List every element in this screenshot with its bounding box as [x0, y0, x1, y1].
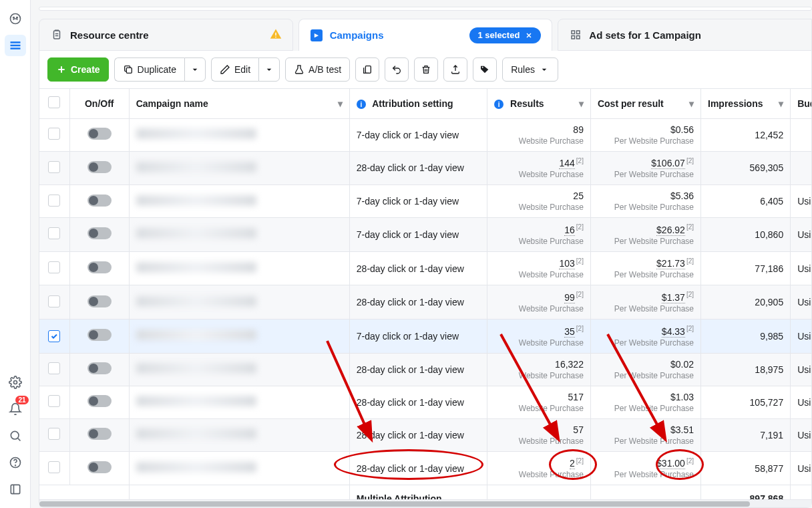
checkbox[interactable] — [48, 428, 60, 440]
sort-icon[interactable]: ▾ — [579, 98, 584, 109]
export-button[interactable] — [443, 57, 467, 82]
settings-icon[interactable] — [5, 372, 26, 393]
row-toggle-cell[interactable] — [69, 451, 129, 485]
tab-resource-centre[interactable]: Resource centre — [39, 19, 293, 51]
col-check[interactable] — [39, 89, 69, 118]
col-name[interactable]: Campaign name ▾ — [129, 89, 349, 118]
checkbox[interactable] — [48, 195, 60, 207]
checkbox[interactable] — [48, 362, 60, 374]
table-row[interactable]: 28-day click or 1-day view103[2]Website … — [39, 251, 811, 285]
row-toggle-cell[interactable] — [69, 218, 129, 252]
checkbox[interactable] — [48, 330, 60, 342]
collapse-icon[interactable] — [5, 479, 26, 500]
campaign-name-cell[interactable] — [129, 285, 349, 320]
edit-dropdown[interactable] — [258, 57, 280, 82]
row-check-cell[interactable] — [39, 151, 69, 185]
search-icon[interactable] — [5, 425, 26, 447]
delete-button[interactable] — [414, 57, 438, 82]
scrollbar-thumb[interactable] — [39, 501, 750, 507]
toggle[interactable] — [87, 195, 112, 207]
toggle[interactable] — [87, 295, 112, 307]
row-toggle-cell[interactable] — [69, 285, 129, 320]
rules-button[interactable]: Rules — [502, 57, 558, 82]
table-row[interactable]: 28-day click or 1-day view2[2]Website Pu… — [39, 451, 811, 485]
table-wrap[interactable]: On/Off Campaign name ▾ i Attribution set… — [39, 88, 811, 499]
tab-campaigns[interactable]: ▸ Campaigns 1 selected — [298, 19, 553, 51]
table-row[interactable]: 28-day click or 1-day view517Website Pur… — [39, 386, 811, 418]
copy-button[interactable] — [355, 57, 379, 82]
col-onoff[interactable]: On/Off — [69, 89, 129, 118]
create-button[interactable]: Create — [47, 57, 109, 82]
checkbox[interactable] — [48, 261, 60, 273]
row-toggle-cell[interactable] — [69, 151, 129, 185]
campaign-name-cell[interactable] — [129, 320, 349, 354]
row-toggle-cell[interactable] — [69, 118, 129, 151]
horizontal-scrollbar[interactable] — [39, 499, 811, 507]
row-toggle-cell[interactable] — [69, 251, 129, 285]
row-check-cell[interactable] — [39, 386, 69, 418]
col-cpr[interactable]: Cost per result ▾ — [590, 89, 700, 118]
info-icon[interactable]: i — [357, 100, 366, 109]
table-row[interactable]: 7-day click or 1-day view35[2]Website Pu… — [39, 320, 811, 354]
table-row[interactable]: 28-day click or 1-day view57Website Purc… — [39, 418, 811, 451]
table-row[interactable]: 28-day click or 1-day view144[2]Website … — [39, 151, 811, 185]
col-impressions[interactable]: Impressions ▾ — [701, 89, 791, 118]
table-row[interactable]: 28-day click or 1-day view16,322Website … — [39, 353, 811, 386]
campaign-name-cell[interactable] — [129, 151, 349, 185]
info-icon[interactable]: i — [494, 100, 503, 109]
campaign-name-cell[interactable] — [129, 218, 349, 252]
toggle[interactable] — [87, 428, 112, 440]
row-check-cell[interactable] — [39, 285, 69, 320]
tab-adsets[interactable]: Ad sets for 1 Campaign — [558, 19, 812, 51]
edit-button[interactable]: Edit — [211, 57, 258, 82]
close-icon[interactable] — [524, 30, 534, 41]
dashboard-icon[interactable] — [5, 8, 26, 29]
checkbox[interactable] — [48, 461, 60, 473]
checkbox[interactable] — [48, 128, 60, 140]
row-toggle-cell[interactable] — [69, 185, 129, 218]
toggle[interactable] — [87, 461, 112, 473]
row-check-cell[interactable] — [39, 185, 69, 218]
sort-icon[interactable]: ▾ — [338, 98, 343, 109]
campaign-name-cell[interactable] — [129, 118, 349, 151]
row-check-cell[interactable] — [39, 251, 69, 285]
notifications-icon[interactable]: 21 — [5, 398, 26, 420]
campaign-name-cell[interactable] — [129, 451, 349, 485]
row-check-cell[interactable] — [39, 418, 69, 451]
help-icon[interactable] — [5, 452, 26, 473]
toggle[interactable] — [87, 227, 112, 239]
toggle[interactable] — [87, 161, 112, 173]
col-attr[interactable]: i Attribution setting — [349, 89, 487, 118]
campaign-name-cell[interactable] — [129, 418, 349, 451]
toggle[interactable] — [87, 395, 112, 407]
select-all-checkbox[interactable] — [48, 96, 60, 108]
campaign-name-cell[interactable] — [129, 251, 349, 285]
toggle[interactable] — [87, 362, 112, 374]
toggle[interactable] — [87, 329, 112, 341]
abtest-button[interactable]: A/B test — [285, 57, 350, 82]
checkbox[interactable] — [48, 161, 60, 173]
toggle[interactable] — [87, 128, 112, 140]
col-results[interactable]: i Results ▾ — [487, 89, 591, 118]
ads-manager-icon[interactable] — [5, 35, 26, 56]
row-check-cell[interactable] — [39, 320, 69, 354]
checkbox[interactable] — [48, 227, 60, 239]
duplicate-button[interactable]: Duplicate — [114, 57, 184, 82]
row-check-cell[interactable] — [39, 218, 69, 252]
row-check-cell[interactable] — [39, 451, 69, 485]
table-row[interactable]: 7-day click or 1-day view89Website Purch… — [39, 118, 811, 151]
undo-button[interactable] — [385, 57, 409, 82]
table-row[interactable]: 28-day click or 1-day view99[2]Website P… — [39, 285, 811, 320]
row-toggle-cell[interactable] — [69, 386, 129, 418]
col-budget[interactable]: Budget — [791, 89, 811, 118]
row-toggle-cell[interactable] — [69, 418, 129, 451]
duplicate-dropdown[interactable] — [184, 57, 206, 82]
table-row[interactable]: 7-day click or 1-day view25Website Purch… — [39, 185, 811, 218]
row-check-cell[interactable] — [39, 118, 69, 151]
campaign-name-cell[interactable] — [129, 185, 349, 218]
row-check-cell[interactable] — [39, 353, 69, 386]
sort-icon[interactable]: ▾ — [779, 98, 783, 109]
checkbox[interactable] — [48, 295, 60, 307]
selected-pill[interactable]: 1 selected — [469, 27, 541, 43]
checkbox[interactable] — [48, 395, 60, 407]
